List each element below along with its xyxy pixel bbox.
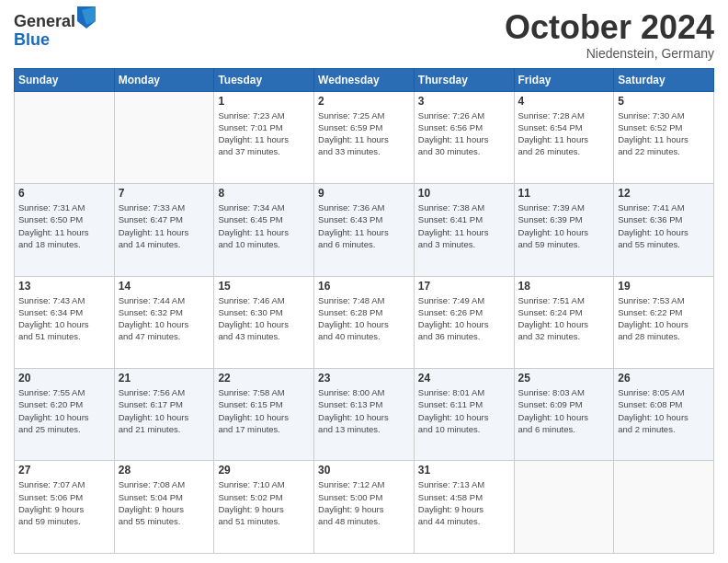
- calendar-cell: 13Sunrise: 7:43 AMSunset: 6:34 PMDayligh…: [15, 276, 115, 368]
- calendar-cell: 10Sunrise: 7:38 AMSunset: 6:41 PMDayligh…: [414, 184, 514, 276]
- calendar-cell: 1Sunrise: 7:23 AMSunset: 7:01 PMDaylight…: [214, 91, 314, 183]
- logo: General Blue: [14, 13, 96, 50]
- calendar-cell: 4Sunrise: 7:28 AMSunset: 6:54 PMDaylight…: [514, 91, 614, 183]
- calendar-cell: 5Sunrise: 7:30 AMSunset: 6:52 PMDaylight…: [614, 91, 714, 183]
- day-number: 29: [218, 464, 310, 477]
- col-wednesday: Wednesday: [314, 68, 415, 91]
- day-number: 21: [119, 372, 210, 385]
- calendar-cell: 29Sunrise: 7:10 AMSunset: 5:02 PMDayligh…: [214, 461, 314, 554]
- day-info: Sunrise: 7:31 AMSunset: 6:50 PMDaylight:…: [18, 201, 110, 250]
- calendar-cell: 31Sunrise: 7:13 AMSunset: 4:58 PMDayligh…: [414, 461, 514, 554]
- day-info: Sunrise: 7:53 AMSunset: 6:22 PMDaylight:…: [618, 294, 710, 343]
- calendar-cell: 14Sunrise: 7:44 AMSunset: 6:32 PMDayligh…: [114, 276, 214, 368]
- day-number: 1: [218, 95, 310, 108]
- calendar-cell: 15Sunrise: 7:46 AMSunset: 6:30 PMDayligh…: [214, 276, 314, 368]
- day-info: Sunrise: 7:25 AMSunset: 6:59 PMDaylight:…: [318, 109, 410, 158]
- col-saturday: Saturday: [614, 68, 714, 91]
- calendar-cell: [15, 91, 115, 183]
- col-monday: Monday: [114, 68, 214, 91]
- day-info: Sunrise: 7:56 AMSunset: 6:17 PMDaylight:…: [119, 386, 210, 435]
- col-thursday: Thursday: [414, 68, 514, 91]
- calendar-cell: [114, 91, 214, 183]
- day-number: 10: [418, 187, 510, 200]
- day-number: 5: [618, 95, 710, 108]
- calendar-cell: 26Sunrise: 8:05 AMSunset: 6:08 PMDayligh…: [614, 369, 714, 461]
- day-number: 9: [318, 187, 410, 200]
- calendar-cell: 18Sunrise: 7:51 AMSunset: 6:24 PMDayligh…: [514, 276, 614, 368]
- calendar-cell: 2Sunrise: 7:25 AMSunset: 6:59 PMDaylight…: [314, 91, 415, 183]
- calendar-cell: 23Sunrise: 8:00 AMSunset: 6:13 PMDayligh…: [314, 369, 415, 461]
- day-number: 11: [518, 187, 610, 200]
- calendar-cell: 27Sunrise: 7:07 AMSunset: 5:06 PMDayligh…: [15, 461, 115, 554]
- day-info: Sunrise: 7:38 AMSunset: 6:41 PMDaylight:…: [418, 201, 510, 250]
- month-title: October 2024: [505, 9, 714, 46]
- day-info: Sunrise: 7:12 AMSunset: 5:00 PMDaylight:…: [318, 478, 410, 527]
- day-number: 30: [318, 464, 410, 477]
- day-info: Sunrise: 8:05 AMSunset: 6:08 PMDaylight:…: [618, 386, 710, 435]
- day-number: 6: [18, 187, 110, 200]
- day-info: Sunrise: 7:51 AMSunset: 6:24 PMDaylight:…: [518, 294, 610, 343]
- day-number: 7: [119, 187, 210, 200]
- calendar-cell: 24Sunrise: 8:01 AMSunset: 6:11 PMDayligh…: [414, 369, 514, 461]
- day-info: Sunrise: 7:08 AMSunset: 5:04 PMDaylight:…: [119, 478, 210, 527]
- day-info: Sunrise: 7:23 AMSunset: 7:01 PMDaylight:…: [218, 109, 310, 158]
- day-info: Sunrise: 7:10 AMSunset: 5:02 PMDaylight:…: [218, 478, 310, 527]
- calendar-cell: 30Sunrise: 7:12 AMSunset: 5:00 PMDayligh…: [314, 461, 415, 554]
- day-number: 4: [518, 95, 610, 108]
- calendar-cell: 19Sunrise: 7:53 AMSunset: 6:22 PMDayligh…: [614, 276, 714, 368]
- calendar-cell: 3Sunrise: 7:26 AMSunset: 6:56 PMDaylight…: [414, 91, 514, 183]
- location: Niedenstein, Germany: [505, 46, 714, 61]
- calendar-cell: 16Sunrise: 7:48 AMSunset: 6:28 PMDayligh…: [314, 276, 415, 368]
- calendar-header-row: Sunday Monday Tuesday Wednesday Thursday…: [15, 68, 714, 91]
- day-info: Sunrise: 8:03 AMSunset: 6:09 PMDaylight:…: [518, 386, 610, 435]
- calendar-week-3: 20Sunrise: 7:55 AMSunset: 6:20 PMDayligh…: [15, 369, 714, 461]
- day-number: 19: [618, 280, 710, 293]
- day-number: 3: [418, 95, 510, 108]
- day-info: Sunrise: 7:49 AMSunset: 6:26 PMDaylight:…: [418, 294, 510, 343]
- day-info: Sunrise: 7:55 AMSunset: 6:20 PMDaylight:…: [18, 386, 110, 435]
- logo-text: General Blue: [14, 13, 96, 50]
- day-number: 22: [218, 372, 310, 385]
- day-number: 31: [418, 464, 510, 477]
- day-number: 2: [318, 95, 410, 108]
- calendar-cell: 21Sunrise: 7:56 AMSunset: 6:17 PMDayligh…: [114, 369, 214, 461]
- logo-blue: Blue: [14, 31, 96, 50]
- calendar-week-4: 27Sunrise: 7:07 AMSunset: 5:06 PMDayligh…: [15, 461, 714, 554]
- day-number: 27: [18, 464, 110, 477]
- day-info: Sunrise: 7:43 AMSunset: 6:34 PMDaylight:…: [18, 294, 110, 343]
- day-info: Sunrise: 8:00 AMSunset: 6:13 PMDaylight:…: [318, 386, 410, 435]
- day-info: Sunrise: 7:30 AMSunset: 6:52 PMDaylight:…: [618, 109, 710, 158]
- day-info: Sunrise: 7:26 AMSunset: 6:56 PMDaylight:…: [418, 109, 510, 158]
- day-info: Sunrise: 7:58 AMSunset: 6:15 PMDaylight:…: [218, 386, 310, 435]
- calendar-week-0: 1Sunrise: 7:23 AMSunset: 7:01 PMDaylight…: [15, 91, 714, 183]
- col-sunday: Sunday: [15, 68, 115, 91]
- calendar-table: Sunday Monday Tuesday Wednesday Thursday…: [14, 68, 714, 554]
- calendar-cell: 11Sunrise: 7:39 AMSunset: 6:39 PMDayligh…: [514, 184, 614, 276]
- day-number: 24: [418, 372, 510, 385]
- logo-icon: [77, 6, 96, 29]
- page: General Blue October 2024 Niedenstein, G…: [0, 0, 728, 563]
- day-number: 15: [218, 280, 310, 293]
- calendar-cell: [514, 461, 614, 554]
- day-info: Sunrise: 7:33 AMSunset: 6:47 PMDaylight:…: [119, 201, 210, 250]
- calendar-cell: 20Sunrise: 7:55 AMSunset: 6:20 PMDayligh…: [15, 369, 115, 461]
- day-number: 13: [18, 280, 110, 293]
- day-number: 8: [218, 187, 310, 200]
- calendar-cell: 7Sunrise: 7:33 AMSunset: 6:47 PMDaylight…: [114, 184, 214, 276]
- title-section: October 2024 Niedenstein, Germany: [505, 9, 714, 61]
- calendar-cell: 8Sunrise: 7:34 AMSunset: 6:45 PMDaylight…: [214, 184, 314, 276]
- calendar-week-1: 6Sunrise: 7:31 AMSunset: 6:50 PMDaylight…: [15, 184, 714, 276]
- col-friday: Friday: [514, 68, 614, 91]
- logo-general: General: [14, 13, 75, 31]
- day-info: Sunrise: 7:46 AMSunset: 6:30 PMDaylight:…: [218, 294, 310, 343]
- day-number: 25: [518, 372, 610, 385]
- day-number: 18: [518, 280, 610, 293]
- calendar-cell: 9Sunrise: 7:36 AMSunset: 6:43 PMDaylight…: [314, 184, 415, 276]
- day-info: Sunrise: 7:39 AMSunset: 6:39 PMDaylight:…: [518, 201, 610, 250]
- calendar-cell: 17Sunrise: 7:49 AMSunset: 6:26 PMDayligh…: [414, 276, 514, 368]
- day-info: Sunrise: 7:28 AMSunset: 6:54 PMDaylight:…: [518, 109, 610, 158]
- day-info: Sunrise: 7:13 AMSunset: 4:58 PMDaylight:…: [418, 478, 510, 527]
- day-info: Sunrise: 7:48 AMSunset: 6:28 PMDaylight:…: [318, 294, 410, 343]
- day-info: Sunrise: 7:34 AMSunset: 6:45 PMDaylight:…: [218, 201, 310, 250]
- day-info: Sunrise: 8:01 AMSunset: 6:11 PMDaylight:…: [418, 386, 510, 435]
